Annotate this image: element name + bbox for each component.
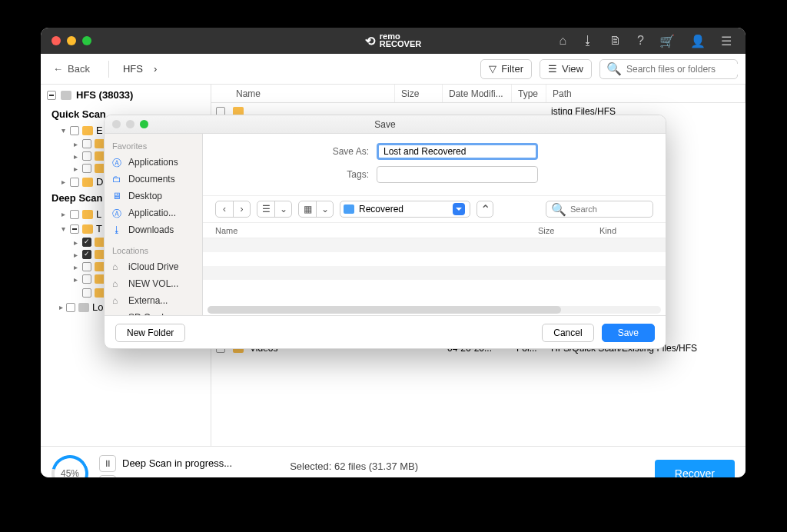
cart-icon[interactable]: 🛒 [659, 34, 675, 48]
locations-header: Locations [105, 243, 202, 258]
location-label: Externa... [128, 295, 168, 306]
close-icon[interactable] [51, 36, 61, 45]
h-scrollbar[interactable] [208, 306, 661, 314]
dialog-sidebar: Favorites ⒶApplications🗀Documents🖥Deskto… [105, 134, 203, 315]
folder-icon: 🖥 [112, 191, 123, 201]
minimize-icon[interactable] [67, 36, 76, 45]
location-label: SD Card [128, 312, 164, 315]
favorite-item[interactable]: ⭳Downloads [105, 221, 202, 238]
location-item[interactable]: ⌂Externa... [105, 292, 202, 309]
progress-ring: 45% [45, 448, 95, 477]
chevron-icon: ▸ [71, 251, 79, 259]
drive-icon [61, 91, 71, 100]
checkbox-icon[interactable] [82, 250, 91, 259]
favorite-item[interactable]: ⒶApplications [105, 154, 202, 171]
home-icon[interactable]: ⌂ [559, 34, 566, 48]
chevron-icon: ▸ [71, 275, 79, 284]
tree-label: E [96, 125, 103, 136]
view-button[interactable]: ☰ View [540, 59, 592, 79]
checkbox-icon[interactable] [82, 262, 91, 271]
location-item[interactable]: ⌂iCloud Drive [105, 258, 202, 275]
dcol-size[interactable]: Size [538, 226, 599, 235]
chevron-icon: ▸ [59, 178, 67, 186]
col-date[interactable]: Date Modifi... [443, 85, 512, 102]
dcol-kind[interactable]: Kind [599, 226, 653, 235]
search-input[interactable] [626, 64, 742, 75]
chevron-right-icon: › [233, 201, 250, 217]
checkbox-icon[interactable] [70, 210, 79, 219]
view-mode-list[interactable]: ☰⌄ [257, 201, 292, 218]
checkbox-icon[interactable] [82, 288, 91, 298]
save-as-input[interactable] [377, 143, 538, 160]
favorite-item[interactable]: 🗀Documents [105, 171, 202, 188]
chevron-up-icon: ⌃ [480, 202, 490, 217]
col-type[interactable]: Type [512, 85, 546, 102]
stop-button[interactable]: ■ [99, 475, 116, 478]
checkbox-icon[interactable] [70, 224, 79, 234]
chevron-icon: ▸ [71, 140, 79, 148]
breadcrumb[interactable]: HFS › [123, 63, 157, 75]
download-icon[interactable]: ⭳ [582, 34, 594, 48]
recover-button[interactable]: Recover [655, 460, 735, 478]
folder-icon: ⭳ [112, 224, 123, 235]
checkbox-icon[interactable] [70, 126, 79, 135]
breadcrumb-label: HFS [123, 63, 143, 75]
list-icon: ☰ [548, 63, 557, 75]
drive-icon: ⌂ [112, 312, 123, 315]
checkbox-icon[interactable] [82, 139, 91, 148]
col-size[interactable]: Size [395, 85, 443, 102]
drive-icon [78, 303, 89, 312]
list-icon: ☰ [257, 201, 274, 217]
dialog-search-input[interactable] [570, 204, 648, 214]
location-item[interactable]: ⌂NEW VOL... [105, 275, 202, 292]
zoom-icon[interactable] [82, 36, 91, 45]
nav-back-fwd[interactable]: ‹› [215, 201, 251, 218]
grid-icon: ▦ [299, 201, 316, 217]
titlebar: ⟲ remo RECOVER ⌂ ⭳ 🗎 ? 🛒 👤 ☰ [41, 28, 745, 54]
new-folder-button[interactable]: New Folder [115, 324, 185, 342]
save-button[interactable]: Save [602, 324, 655, 342]
d-close-icon[interactable] [112, 120, 121, 128]
help-icon[interactable]: ? [637, 34, 644, 48]
location-item[interactable]: ⌂SD Card [105, 309, 202, 315]
folder-icon: 🗀 [112, 174, 123, 185]
cancel-button[interactable]: Cancel [542, 324, 593, 342]
checkbox-icon[interactable] [82, 151, 91, 161]
col-name[interactable]: Name [230, 85, 395, 102]
selected-status: Selected: 62 files (31.37 MB) [290, 461, 498, 472]
user-icon[interactable]: 👤 [690, 34, 706, 48]
checkbox-icon[interactable] [66, 303, 75, 312]
checkbox-icon[interactable] [82, 238, 91, 247]
filter-button[interactable]: ▽ Filter [480, 59, 532, 79]
expand-button[interactable]: ⌃ [477, 201, 493, 218]
tags-input[interactable] [377, 166, 538, 183]
checkbox-icon[interactable] [82, 274, 91, 284]
search-field[interactable]: 🔍 [599, 59, 738, 79]
menu-icon[interactable]: ☰ [721, 34, 732, 48]
document-icon[interactable]: 🗎 [609, 34, 622, 48]
chevron-icon: ▸ [71, 238, 79, 247]
location-label: NEW VOL... [128, 278, 178, 289]
tree-label: D [96, 176, 103, 188]
sidebar-root[interactable]: HFS (38033) [41, 85, 211, 105]
window-controls [51, 36, 91, 45]
d-zoom-icon[interactable] [140, 120, 148, 128]
view-mode-grid[interactable]: ▦⌄ [298, 201, 334, 218]
back-button[interactable]: ← Back [48, 60, 95, 78]
d-min-icon[interactable] [126, 120, 134, 128]
chevron-down-icon: ⌄ [274, 201, 291, 217]
folder-select[interactable]: Recovered [340, 201, 470, 218]
pause-button[interactable]: ⏸ [99, 455, 116, 472]
favorite-item[interactable]: ⒶApplicatio... [105, 204, 202, 221]
favorite-item[interactable]: 🖥Desktop [105, 188, 202, 204]
chevron-icon: ▸ [71, 165, 79, 173]
folder-icon [82, 178, 93, 187]
checkbox-icon[interactable] [47, 91, 56, 100]
checkbox-icon[interactable] [82, 164, 91, 173]
checkbox-icon[interactable] [70, 178, 79, 187]
favorite-label: Applications [128, 157, 178, 168]
dialog-search[interactable]: 🔍 [546, 201, 653, 218]
col-path[interactable]: Path [546, 85, 745, 102]
dcol-name[interactable]: Name [215, 226, 538, 235]
filter-icon: ▽ [489, 63, 496, 75]
